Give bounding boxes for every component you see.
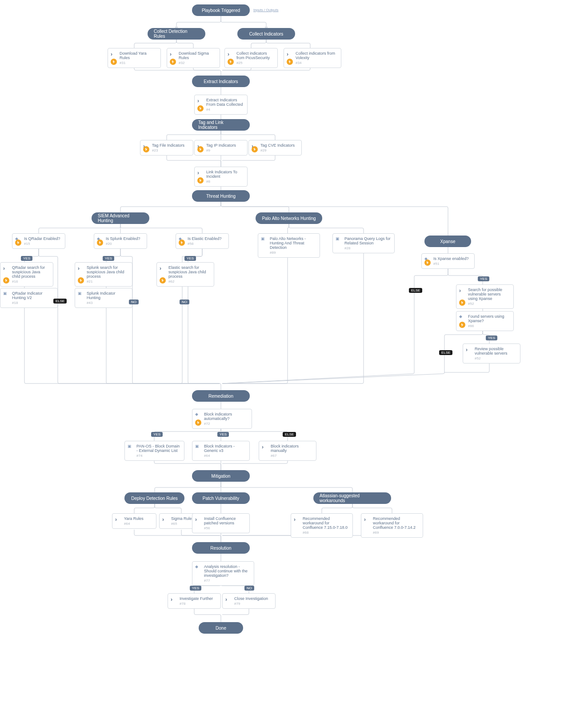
task-splunk-search[interactable]: ›Splunk search for suspicious Java child… xyxy=(75,262,132,287)
bolt-icon xyxy=(197,105,204,112)
inputs-outputs-link[interactable]: Inputs / Outputs xyxy=(253,8,278,12)
bolt-icon xyxy=(424,260,431,266)
task-workaround-1[interactable]: ›Recommended workaround for Confluence 7… xyxy=(291,513,353,538)
task-splunk-hunting[interactable]: ▣Splunk Indicator Hunting#43 xyxy=(75,288,132,308)
badge-else: ELSE xyxy=(409,288,422,293)
arrow-icon: › xyxy=(262,444,268,450)
bolt-icon xyxy=(197,146,204,152)
section-title: Playbook Triggered xyxy=(202,8,240,13)
bolt-icon xyxy=(179,240,185,246)
task-tag-cve[interactable]: ›Tag CVE Indicators#29 xyxy=(248,140,302,156)
bolt-icon xyxy=(459,322,465,328)
bolt-icon xyxy=(287,59,293,65)
section-patch-vuln[interactable]: Patch Vulnerability xyxy=(192,492,250,504)
task-tag-ip[interactable]: ›Tag IP Indicators#9 xyxy=(194,140,248,156)
badge-no: NO xyxy=(180,300,189,304)
badge-yes: YES xyxy=(486,336,497,340)
playbook-icon: ▣ xyxy=(336,236,342,243)
bolt-icon xyxy=(15,240,21,246)
diamond-icon: ◆ xyxy=(195,412,201,418)
section-tag-and-link[interactable]: Tag and Link Indicators xyxy=(192,119,250,131)
bolt-icon xyxy=(97,240,103,246)
arrow-icon: › xyxy=(197,170,204,176)
section-playbook-triggered[interactable]: Playbook Triggered xyxy=(192,4,250,16)
task-qradar-search[interactable]: ›QRadar search for suspicious Java child… xyxy=(0,262,53,287)
badge-no: NO xyxy=(244,586,254,591)
arrow-icon: › xyxy=(170,51,176,57)
section-threat-hunting[interactable]: Threat Hunting xyxy=(192,190,250,202)
section-resolution[interactable]: Resolution xyxy=(192,542,250,554)
bolt-icon xyxy=(111,59,117,65)
badge-else: ELSE xyxy=(53,299,67,304)
cond-splunk-enabled[interactable]: ◆Is Splunk Enabled?#20 xyxy=(94,233,147,249)
cond-analysis-resolution[interactable]: ◆Analysis resolution - Should continue w… xyxy=(192,561,254,586)
arrow-icon: › xyxy=(195,516,201,523)
task-extract-from-data[interactable]: ›Extract Indicators From Data Collected#… xyxy=(194,95,248,115)
arrow-icon: › xyxy=(459,288,465,294)
bolt-icon xyxy=(195,419,201,426)
task-collect-picus[interactable]: ›Collect indicators from PicusSecurity#2… xyxy=(224,48,278,68)
section-collect-detection-rules[interactable]: Collect Detection Rules xyxy=(148,28,205,40)
task-panorama-query[interactable]: ▣Panorama Query Logs for Related Session… xyxy=(332,233,395,253)
badge-else: ELSE xyxy=(283,432,296,437)
badge-yes: YES xyxy=(103,256,114,261)
section-siem-hunting[interactable]: SIEM Advanced Hunting xyxy=(92,212,149,224)
task-download-yara[interactable]: ›Download Yara Rules#31 xyxy=(108,48,161,68)
playbook-flowchart: Playbook Triggered Inputs / Outputs Coll… xyxy=(0,0,588,711)
cond-xpanse-enabled[interactable]: ◆Is Xpanse enabled?#51 xyxy=(421,253,475,269)
arrow-icon: › xyxy=(364,516,370,523)
task-block-generic[interactable]: ▣Block Indicators - Generic v3#64 xyxy=(192,441,250,461)
section-panw-hunting[interactable]: Palo Alto Networks Hunting xyxy=(256,212,322,224)
task-workaround-2[interactable]: ›Recommended workaround for Confluence 7… xyxy=(361,513,423,538)
task-qradar-hunting[interactable]: ▣QRadar Indicator Hunting V2#18 xyxy=(0,288,58,308)
task-deploy-yara[interactable]: ›Yara Rules#64 xyxy=(112,513,156,529)
task-xpanse-search[interactable]: ›Search for possible vulnerable servers … xyxy=(456,284,514,309)
bolt-icon xyxy=(252,146,258,152)
playbook-icon: ▣ xyxy=(78,291,84,297)
section-xpanse[interactable]: Xpanse xyxy=(424,236,471,247)
bolt-icon xyxy=(143,146,149,152)
playbook-icon: ▣ xyxy=(261,236,267,243)
bolt-icon xyxy=(78,277,84,284)
task-elastic-search[interactable]: ›Elastic search for suspicious Java chil… xyxy=(156,262,214,287)
bolt-icon xyxy=(170,59,176,65)
badge-yes: YES xyxy=(217,432,229,437)
task-block-manual[interactable]: ›Block indicators manually#67 xyxy=(259,441,316,461)
arrow-icon: › xyxy=(3,265,9,272)
cond-elastic-enabled[interactable]: ◆Is Elastic Enabled?#58 xyxy=(176,233,229,249)
section-remediation[interactable]: Remediation xyxy=(192,390,250,402)
bolt-icon xyxy=(459,300,465,306)
section-collect-indicators[interactable]: Collect Indicators xyxy=(237,28,295,40)
task-collect-volexity[interactable]: ›Collect indicators from Volexity#34 xyxy=(284,48,341,68)
section-atlassian-workarounds[interactable]: Atlassian-suggested workarounds xyxy=(313,492,391,504)
playbook-icon: ▣ xyxy=(3,291,9,297)
badge-yes: YES xyxy=(21,256,32,261)
arrow-icon: › xyxy=(287,51,293,57)
badge-else: ELSE xyxy=(439,350,452,355)
task-review-vuln[interactable]: ›Review possible vulnerable servers#52 xyxy=(463,344,520,363)
task-investigate-further[interactable]: ›Investigate Further#78 xyxy=(168,593,221,609)
arrow-icon: › xyxy=(115,516,121,523)
cond-qradar-enabled[interactable]: ◆Is QRadar Enabled?#15 xyxy=(12,233,65,249)
section-extract-indicators[interactable]: Extract Indicators xyxy=(192,76,250,87)
playbook-icon: ▣ xyxy=(195,444,201,450)
cond-found-servers[interactable]: ◆Found servers using Xpanse?#86 xyxy=(456,311,514,331)
section-deploy-rules[interactable]: Deploy Detection Rules xyxy=(124,492,184,504)
section-mitigation[interactable]: Mitigation xyxy=(192,470,250,482)
task-download-sigma[interactable]: ›Download Sigma Rules#32 xyxy=(167,48,220,68)
task-pan-block-edl[interactable]: ▣PAN-OS - Block Domain - External Dynami… xyxy=(124,441,184,461)
task-close-investigation[interactable]: ›Close Investigation#79 xyxy=(222,593,276,609)
diamond-icon: ◆ xyxy=(195,564,201,571)
bolt-icon xyxy=(160,277,166,284)
playbook-icon: ▣ xyxy=(128,444,134,450)
task-tag-file[interactable]: ›Tag File Indicators#23 xyxy=(140,140,193,156)
badge-yes: YES xyxy=(184,256,196,261)
task-panw-hunt[interactable]: ▣Palo Alto Networks - Hunting And Threat… xyxy=(258,233,320,258)
task-install-patched[interactable]: ›Install Confluence patched versions#56 xyxy=(192,513,250,533)
task-link-indicators[interactable]: ›Link Indicators To Incident#8 xyxy=(194,167,248,187)
bolt-icon xyxy=(228,59,234,65)
cond-block-auto[interactable]: ◆Block indicators automatically?#72 xyxy=(192,409,252,429)
arrow-icon: › xyxy=(294,516,300,523)
arrow-icon: › xyxy=(171,596,177,603)
section-done[interactable]: Done xyxy=(199,622,243,634)
